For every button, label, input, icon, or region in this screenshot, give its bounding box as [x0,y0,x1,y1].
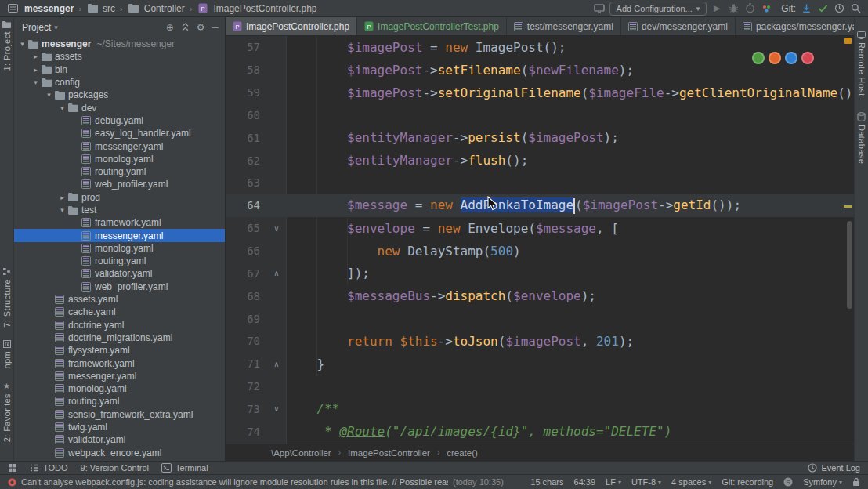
code-line[interactable]: 65∨ $envelope = new Envelope($message, [ [226,217,854,240]
tree-item[interactable]: ▸assets [14,50,225,63]
tree-right-arrow-icon[interactable]: ▸ [31,53,41,60]
tree-item[interactable]: messenger.yaml [14,229,225,241]
code-editor[interactable]: 57 $imagePost = new ImagePost();58 $imag… [226,36,854,444]
tree-item[interactable]: webpack_encore.yaml [14,447,225,459]
code-line[interactable]: 59 $imagePost->setOriginalFilename($imag… [226,82,854,104]
tree-item[interactable]: flysystem.yaml [14,344,225,357]
tool-button-terminal[interactable]: Terminal [161,463,208,473]
tree-item[interactable]: messenger.yaml [14,139,225,152]
tree-item[interactable]: messenger.yaml [14,370,225,382]
add-configuration-button[interactable]: Add Configuration... ▾ [609,2,707,16]
status-message[interactable]: Can't analyse webpack.config.js: coding … [21,477,448,487]
tree-item[interactable]: ▸bin [14,63,225,76]
settings-gear-icon[interactable]: ⚙ [197,22,205,33]
line-number[interactable]: 62 [226,154,266,167]
line-number[interactable]: 59 [226,86,266,99]
line-number[interactable]: 61 [226,132,266,144]
caret-position-widget[interactable]: 64:39 [574,477,596,487]
code-line[interactable]: 67∧ ]); [226,262,854,284]
tree-item[interactable]: framework.yaml [14,216,225,229]
hide-panel-icon[interactable]: ─ [212,22,219,33]
tree-item[interactable]: ▾messenger~/Sites/messenger [14,38,225,50]
tree-item[interactable]: validator.yaml [14,433,225,446]
code-line[interactable]: 64 $message = new AddPonkaToImage($image… [226,194,854,217]
project-name[interactable]: messenger [24,3,74,14]
tree-item[interactable]: monolog.yaml [14,153,225,165]
breadcrumb-file[interactable]: ImagePostController.php [213,3,316,14]
indent-widget[interactable]: 4 spaces ▾ [671,477,711,487]
tree-item[interactable]: routing.yaml [14,395,225,408]
line-number[interactable]: 71 [226,357,266,370]
tree-down-arrow-icon[interactable]: ▾ [57,104,67,112]
tree-item[interactable]: web_profiler.yaml [14,281,225,293]
opera-icon[interactable] [801,52,814,64]
tree-right-arrow-icon[interactable]: ▸ [31,66,41,74]
history-clock-icon[interactable] [833,2,845,15]
git-branch-widget[interactable]: Git: recording [722,477,773,487]
code-with-me-icon[interactable] [760,2,772,15]
tool-button-remote-host[interactable]: Remote Host [857,31,866,96]
app-menu-icon[interactable] [6,2,19,15]
tree-item[interactable]: easy_log_handler.yaml [14,127,225,139]
run-icon[interactable]: ▶ [711,2,723,15]
tree-item[interactable]: routing.yaml [14,255,225,267]
tree-item[interactable]: ▾config [14,76,225,89]
line-number[interactable]: 58 [226,63,266,76]
line-number[interactable]: 65 [226,222,266,234]
tool-button-favorites[interactable]: ★ 2: Favorites [2,382,12,442]
code-line[interactable]: 68 $messageBus->dispatch($envelope); [226,284,854,307]
tree-down-arrow-icon[interactable]: ▾ [44,91,54,99]
line-number[interactable]: 66 [226,244,266,257]
chevron-down-icon[interactable]: ▾ [54,24,58,31]
code-line[interactable]: 72 [226,375,854,398]
breadcrumb-class[interactable]: ImagePostController [348,448,430,458]
tree-item[interactable]: debug.yaml [14,114,225,127]
editor-tab[interactable]: PImagePostController.php [226,17,357,35]
tree-down-arrow-icon[interactable]: ▾ [31,78,41,86]
tool-button-database[interactable]: Database [857,112,866,164]
code-line[interactable]: 74 * @Route("/api/images/{id}", methods=… [226,420,854,443]
git-commit-check-icon[interactable] [816,2,829,15]
symfony-plugin-icon[interactable]: S [783,477,793,487]
code-line[interactable]: 69 [226,307,854,330]
firefox-icon[interactable] [769,52,781,64]
code-line[interactable]: 70 return $this->toJson($imagePost, 201)… [226,330,854,353]
collapse-all-icon[interactable] [181,23,190,31]
tree-item[interactable]: ▸prod [14,191,225,204]
line-number[interactable]: 73 [226,403,266,415]
tree-item[interactable]: validator.yaml [14,267,225,280]
code-line[interactable]: 73∨ /** [226,398,854,421]
tree-item[interactable]: cache.yaml [14,306,225,318]
tool-window-switcher-icon[interactable] [8,463,17,473]
framework-widget[interactable]: Symfony ▾ [803,477,842,487]
safari-icon[interactable] [785,52,797,64]
breadcrumb-namespace[interactable]: \App\Controller [271,448,331,458]
search-icon[interactable] [849,2,862,15]
tool-button-version-control[interactable]: 9: Version Control [81,463,149,473]
tree-item[interactable]: framework.yaml [14,357,225,369]
line-number[interactable]: 64 [226,199,266,212]
line-number[interactable]: 57 [226,41,266,53]
git-update-icon[interactable] [800,2,812,15]
tool-button-structure[interactable]: 7: Structure [2,267,12,328]
tree-down-arrow-icon[interactable]: ▾ [17,40,27,48]
fold-marker-icon[interactable]: ∧ [266,269,287,277]
line-number[interactable]: 68 [226,290,266,302]
code-line[interactable]: 66 new DelayStamp(500) [226,240,854,263]
tool-button-project[interactable]: 1: Project [2,21,12,71]
tree-item[interactable]: monolog.yaml [14,382,225,395]
editor-tab[interactable]: dev/messenger.yaml [621,17,736,35]
editor-tab[interactable]: packages/messenger.yaml [736,17,868,35]
tool-button-npm[interactable]: npm [2,340,12,369]
tree-item[interactable]: ▾test [14,204,225,216]
line-number[interactable]: 69 [226,313,266,325]
editor-tab[interactable]: PImagePostControllerTest.php [357,17,507,35]
locate-file-icon[interactable]: ⊕ [166,22,174,33]
breadcrumb-method[interactable]: create() [447,448,478,458]
tree-item[interactable]: twig.yaml [14,421,225,433]
profiler-icon[interactable] [743,2,756,15]
code-line[interactable]: 63 [226,172,854,194]
tree-item[interactable]: routing.yaml [14,165,225,178]
encoding-widget[interactable]: UTF-8 ▾ [631,477,661,487]
tree-item[interactable]: sensio_framework_extra.yaml [14,408,225,421]
